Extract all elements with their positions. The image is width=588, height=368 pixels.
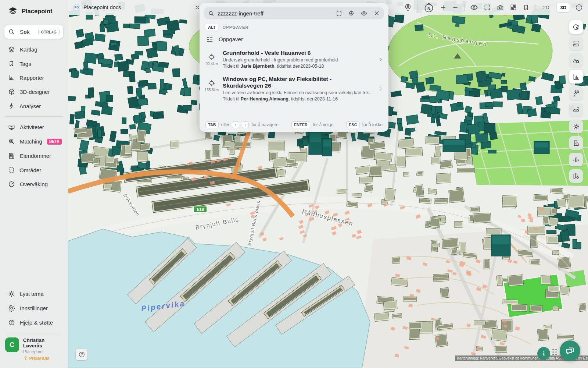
chevron-right-icon [378, 57, 383, 62]
sidebar-item-label: Tags [19, 61, 60, 67]
bookmarks-icon[interactable] [523, 4, 530, 11]
visibility-icon[interactable] [470, 3, 478, 11]
expand-search-icon[interactable] [336, 10, 342, 17]
match-search-icon [8, 138, 15, 145]
building-rotation-button[interactable] [569, 153, 583, 166]
result-description: I en verden av koder og klikk, Finnes en… [223, 90, 373, 95]
layout-grid-icon[interactable] [510, 4, 517, 11]
docs-tab-badge: PD [73, 4, 80, 11]
sidebar-item-label: Kartlag [20, 46, 60, 53]
sidebar-item-label: Rapporter [19, 75, 60, 81]
result-assignee: Jarle Bjørnbeth [241, 64, 275, 69]
fullscreen-icon[interactable] [484, 4, 491, 11]
topbar-divider [464, 4, 465, 11]
sidebar-item-lyst-tema[interactable]: Lyst tema [4, 287, 63, 301]
floor-plans-button[interactable] [569, 136, 583, 150]
sidebar-item-matching[interactable]: Matching BETA [4, 135, 63, 148]
bookmark-icon [8, 60, 15, 67]
sidebar-item-omrader[interactable]: Områder [4, 163, 63, 177]
sidebar-spacer [0, 191, 68, 287]
sidebar-item-label: Hjelp & støtte [20, 319, 60, 326]
zoom-in-icon[interactable] [440, 4, 447, 11]
building-icon [8, 152, 15, 159]
filter-key-badge[interactable]: ALT [205, 24, 218, 31]
view-2d-button[interactable]: 2D [541, 3, 552, 12]
user-plan: PREMIUM [29, 356, 50, 361]
sidebar-divider [4, 116, 63, 117]
drag-handle-dots[interactable] [552, 348, 558, 357]
sidebar-item-tags[interactable]: Tags [4, 57, 63, 70]
locate-target-icon[interactable] [348, 10, 355, 17]
zoom-out-icon[interactable] [452, 4, 459, 11]
sidebar-item-hjelp[interactable]: Hjelp & støtte [4, 316, 63, 329]
user-profile[interactable]: C Christian Løverås Placepoint PREMIUM [0, 333, 68, 368]
sidebar-item-label: 3D-designer [20, 89, 60, 95]
travel-time-button[interactable] [569, 86, 583, 100]
terrain-analysis-button[interactable] [569, 53, 583, 67]
result-title: Windows og PC, Makter av Fleksibilitet -… [223, 76, 373, 89]
arrow-down-keycap: ↓ [242, 121, 249, 128]
sidebar-item-3d-designer[interactable]: 3D-designer [4, 85, 63, 99]
close-icon[interactable] [373, 10, 380, 17]
map-settings-button[interactable] [569, 169, 583, 183]
category-item-oppgaver[interactable]: Oppgaver [200, 32, 388, 46]
sidebar-item-innstillinger[interactable]: Innstillinger [4, 301, 63, 315]
compass-north-icon[interactable]: N [423, 2, 434, 13]
layers-icon [8, 46, 15, 53]
search-result-row[interactable]: 92.4km Grunnforhold - Vesle Hauanvei 6 U… [200, 46, 388, 72]
search-icon [8, 28, 15, 35]
rotate-view-button[interactable] [569, 20, 583, 34]
help-circle-icon [8, 319, 15, 326]
sidebar-item-aktiviteter[interactable]: Aktiviteter [4, 120, 63, 134]
sidebar-item-eiendommer[interactable]: Eiendommer [4, 149, 63, 163]
view-3d-button[interactable]: 3D [557, 3, 570, 12]
sidebar-item-rapporter[interactable]: Rapporter [4, 71, 63, 84]
sidebar-item-label: Overvåking [20, 181, 60, 187]
result-description: Undersøk grunnforhold - Ingen problem me… [223, 57, 373, 63]
crosshair-icon [208, 79, 216, 87]
help-button[interactable] [76, 349, 87, 360]
sidebar-item-overvaking[interactable]: Overvåking [4, 177, 63, 191]
statistics-button[interactable] [569, 70, 583, 84]
premium-key-icon [23, 356, 28, 361]
app-logo: Placepoint [0, 0, 68, 21]
topbar-tools: N 2D 3 [404, 0, 588, 15]
checklist-icon [206, 35, 214, 43]
sidebar-item-analyser[interactable]: Analyser [4, 99, 63, 113]
docs-tab[interactable]: PD Placepoint docs [73, 4, 121, 11]
info-icon[interactable] [575, 4, 583, 11]
user-org: Placepoint [23, 349, 62, 354]
sidebar-item-label: Søk [20, 29, 33, 35]
map-info-button[interactable]: i [537, 347, 550, 360]
search-field[interactable]: zzzzzzz-ingen-treff [204, 7, 384, 19]
arrow-up-keycap: ↑ [232, 121, 239, 128]
search-input[interactable]: zzzzzzz-ingen-treff [218, 10, 330, 17]
sidebar-item-kartlag[interactable]: Kartlag [4, 43, 63, 56]
daylight-button[interactable] [569, 120, 583, 133]
tab-keycap: TAB [205, 121, 219, 128]
sidebar-item-label: Matching [20, 138, 42, 145]
sun-icon [8, 290, 15, 297]
search-shortcut-badge: CTRL+G [38, 29, 60, 35]
sidebar-item-label: Analyser [19, 103, 60, 109]
search-footer-hints: TAB eller ↑ ↓ for å navigere ENTER for å… [200, 121, 388, 128]
eye-icon[interactable] [361, 10, 368, 17]
sidebar-item-label: Eiendommer [20, 153, 60, 159]
sidebar: Placepoint Søk CTRL+G Kartlag Tags [0, 0, 68, 368]
beta-badge: BETA [47, 139, 62, 145]
sidebar-item-label: Lyst tema [20, 291, 60, 297]
sidebar-item-sok[interactable]: Søk CTRL+G [4, 25, 63, 39]
screenshot-icon[interactable] [496, 4, 504, 11]
search-modal: zzzzzzz-ingen-treff ALT OPPGAVER Oppgave… [200, 3, 388, 132]
search-icon [208, 10, 214, 17]
sidebar-item-label: Områder [19, 167, 60, 173]
chat-bubbles-icon [565, 346, 575, 356]
search-result-row[interactable]: 155.8km Windows og PC, Makter av Fleksib… [200, 72, 388, 105]
street-view-icon[interactable] [404, 3, 412, 11]
elevation-profile-button[interactable] [569, 103, 583, 117]
measure-button[interactable] [569, 37, 583, 50]
topbar-divider [417, 4, 418, 11]
user-name: Christian Løverås [23, 337, 62, 348]
chat-button[interactable] [560, 340, 580, 361]
gauge-icon [8, 181, 15, 188]
